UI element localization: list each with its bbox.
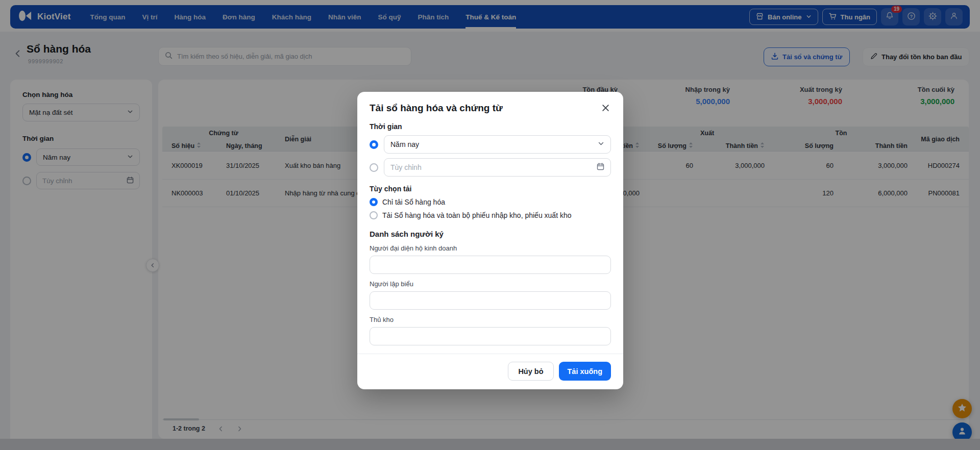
modal-signers-section-label: Danh sách người ký	[370, 230, 611, 238]
option-only-ledger[interactable]: Chỉ tải Sổ hàng hóa	[370, 198, 611, 206]
download-button[interactable]: Tải xuống	[559, 362, 611, 381]
signer-rep-label: Người đại diện hộ kinh doanh	[370, 244, 611, 252]
signer-storekeeper-input[interactable]	[370, 327, 611, 345]
calendar-icon[interactable]	[597, 163, 604, 172]
cancel-button[interactable]: Hủy bỏ	[508, 362, 553, 381]
chevron-down-icon	[598, 140, 604, 148]
modal-time-custom-field	[384, 158, 611, 177]
option-full-radio[interactable]	[370, 211, 378, 219]
modal-time-preset-value: Năm nay	[390, 140, 419, 148]
modal-options-section-label: Tùy chọn tải	[370, 185, 611, 193]
option-only-ledger-radio[interactable]	[370, 198, 378, 206]
modal-title: Tải sổ hàng hóa và chứng từ	[370, 103, 503, 114]
modal-time-preset-radio[interactable]	[370, 140, 378, 149]
modal-time-section-label: Thời gian	[370, 122, 611, 131]
signer-maker-input[interactable]	[370, 291, 611, 310]
option-full[interactable]: Tải Sổ hàng hóa và toàn bộ phiếu nhập kh…	[370, 211, 611, 219]
modal-time-custom-input[interactable]	[390, 163, 593, 171]
option-full-label: Tải Sổ hàng hóa và toàn bộ phiếu nhập kh…	[382, 211, 572, 219]
modal-time-custom-radio[interactable]	[370, 163, 378, 172]
signer-storekeeper-label: Thủ kho	[370, 316, 611, 323]
modal-time-preset-select[interactable]: Năm nay	[384, 135, 611, 154]
signer-rep-input[interactable]	[370, 256, 611, 274]
close-icon[interactable]	[600, 103, 611, 115]
option-only-ledger-label: Chỉ tải Sổ hàng hóa	[382, 198, 445, 206]
download-ledger-modal: Tải sổ hàng hóa và chứng từ Thời gian Nă…	[357, 92, 623, 389]
signer-maker-label: Người lập biểu	[370, 280, 611, 288]
